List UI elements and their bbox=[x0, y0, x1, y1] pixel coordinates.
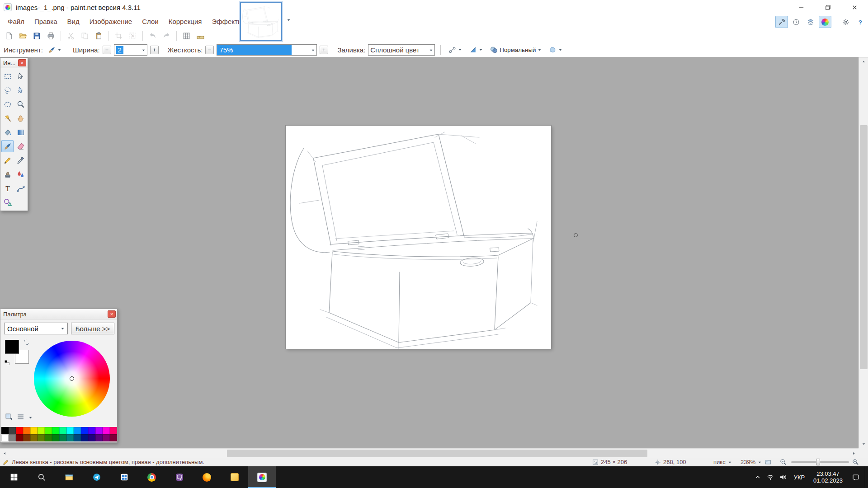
image-list-chevron[interactable] bbox=[285, 17, 292, 23]
settings-button[interactable] bbox=[840, 16, 852, 28]
history-panel-button[interactable] bbox=[790, 16, 802, 28]
color-wheel-marker[interactable] bbox=[70, 376, 74, 381]
taskbar-start-button[interactable] bbox=[0, 466, 28, 488]
palette-menu-icon[interactable] bbox=[17, 413, 24, 421]
palette-swatch[interactable] bbox=[95, 434, 103, 441]
horizontal-scroll-thumb[interactable] bbox=[227, 450, 647, 457]
tool-recolor[interactable] bbox=[14, 168, 27, 180]
open-file-button[interactable] bbox=[16, 30, 29, 42]
menu-item-1[interactable]: Правка bbox=[29, 15, 62, 28]
palette-swatch[interactable] bbox=[16, 434, 23, 441]
palette-swatch[interactable] bbox=[30, 434, 38, 441]
palette-swatch[interactable] bbox=[81, 434, 88, 441]
action-center-button[interactable] bbox=[847, 466, 865, 488]
toggle-ruler-button[interactable] bbox=[194, 30, 207, 42]
menu-item-2[interactable]: Вид bbox=[62, 15, 85, 28]
palette-swatch[interactable] bbox=[9, 434, 16, 441]
taskbar-search-button[interactable] bbox=[28, 466, 55, 488]
maximize-button[interactable] bbox=[815, 0, 841, 14]
tool-clone-stamp[interactable] bbox=[1, 168, 14, 180]
selection-mode-dropdown[interactable] bbox=[547, 44, 565, 56]
tool-move-selected-pixels[interactable] bbox=[14, 70, 27, 82]
tool-eraser[interactable] bbox=[14, 140, 27, 152]
show-desktop-button[interactable] bbox=[865, 466, 868, 488]
hardness-increase-button[interactable] bbox=[320, 46, 328, 54]
zoom-dropdown[interactable]: 239% bbox=[741, 458, 762, 466]
primary-color-swatch[interactable] bbox=[5, 340, 19, 354]
palette-swatch[interactable] bbox=[16, 427, 23, 434]
palette-swatch[interactable] bbox=[1, 427, 9, 434]
menu-item-4[interactable]: Слои bbox=[137, 15, 163, 28]
tools-window-titlebar[interactable]: Ин... × bbox=[0, 58, 28, 68]
scroll-left-button[interactable] bbox=[0, 449, 9, 458]
palette-swatch[interactable] bbox=[81, 427, 88, 434]
tool-paintbrush[interactable] bbox=[1, 140, 14, 152]
taskbar-clock[interactable]: 23:03:47 01.02.2023 bbox=[809, 470, 847, 484]
taskbar-firefox-button[interactable] bbox=[193, 466, 221, 488]
active-tool-dropdown[interactable] bbox=[46, 44, 64, 56]
horizontal-scrollbar[interactable] bbox=[0, 448, 859, 458]
tool-shapes[interactable] bbox=[1, 196, 14, 208]
palette-swatch[interactable] bbox=[23, 427, 30, 434]
close-button[interactable] bbox=[841, 0, 868, 14]
palette-swatch[interactable] bbox=[9, 427, 16, 434]
palette-swatch[interactable] bbox=[66, 427, 74, 434]
zoom-in-button[interactable] bbox=[852, 458, 859, 466]
help-button[interactable]: ? bbox=[854, 16, 867, 28]
tool-color-picker[interactable] bbox=[14, 154, 27, 166]
taskbar-app-yellow-button[interactable] bbox=[221, 466, 248, 488]
fill-style-dropdown[interactable]: Сплошной цвет bbox=[368, 44, 435, 56]
palette-swatch[interactable] bbox=[103, 427, 110, 434]
tool-gradient[interactable] bbox=[14, 126, 27, 138]
palette-swatch[interactable] bbox=[88, 434, 95, 441]
width-increase-button[interactable] bbox=[150, 46, 159, 54]
palette-swatch[interactable] bbox=[45, 434, 52, 441]
scroll-right-button[interactable] bbox=[849, 449, 859, 458]
hardness-decrease-button[interactable] bbox=[205, 46, 214, 54]
taskbar-paintnet-button[interactable] bbox=[248, 466, 276, 488]
tool-select-rectangle[interactable] bbox=[1, 70, 14, 82]
taskbar-viber-button[interactable] bbox=[165, 466, 193, 488]
palette-more-button[interactable]: Больше >> bbox=[71, 323, 114, 334]
new-file-button[interactable] bbox=[2, 30, 15, 42]
units-dropdown[interactable]: пикс bbox=[713, 458, 732, 466]
palette-swatch[interactable] bbox=[38, 427, 45, 434]
copy-button[interactable] bbox=[78, 30, 91, 42]
taskbar-app-blue-button[interactable] bbox=[83, 466, 110, 488]
vertical-scrollbar[interactable] bbox=[859, 57, 868, 448]
language-indicator[interactable]: УКР bbox=[789, 466, 809, 488]
palette-swatch[interactable] bbox=[110, 434, 117, 441]
save-file-button[interactable] bbox=[30, 30, 43, 42]
palette-swatch[interactable] bbox=[1, 434, 9, 441]
toggle-grid-button[interactable] bbox=[180, 30, 193, 42]
crop-to-selection-button[interactable] bbox=[112, 30, 125, 42]
tray-expand-button[interactable] bbox=[751, 466, 764, 488]
print-button[interactable] bbox=[44, 30, 57, 42]
palette-swatch[interactable] bbox=[74, 434, 81, 441]
palette-swatch[interactable] bbox=[88, 427, 95, 434]
taskbar-app-store-button[interactable] bbox=[110, 466, 138, 488]
reset-colors-icon[interactable] bbox=[4, 360, 10, 366]
tool-line-curve[interactable] bbox=[14, 182, 27, 194]
palette-swatch[interactable] bbox=[52, 427, 59, 434]
menu-item-5[interactable]: Коррекция bbox=[164, 15, 207, 28]
blend-mode-dropdown[interactable]: Нормальный bbox=[488, 44, 544, 56]
palette-swatch[interactable] bbox=[38, 434, 45, 441]
scroll-down-button[interactable] bbox=[859, 440, 868, 448]
palette-swatch[interactable] bbox=[74, 427, 81, 434]
palette-swatch[interactable] bbox=[95, 427, 103, 434]
deselect-button[interactable] bbox=[126, 30, 139, 42]
volume-icon[interactable] bbox=[777, 466, 789, 488]
tool-text[interactable]: T bbox=[1, 182, 14, 194]
taskbar-file-explorer-button[interactable] bbox=[55, 466, 83, 488]
palette-swatch[interactable] bbox=[110, 427, 117, 434]
palette-swatch[interactable] bbox=[59, 427, 66, 434]
tool-paint-bucket[interactable] bbox=[1, 126, 14, 138]
paste-button[interactable] bbox=[92, 30, 105, 42]
canvas[interactable] bbox=[286, 126, 551, 349]
palette-swatch[interactable] bbox=[52, 434, 59, 441]
cut-button[interactable] bbox=[64, 30, 77, 42]
palette-swatch[interactable] bbox=[23, 434, 30, 441]
color-mode-dropdown[interactable]: Основной bbox=[4, 323, 68, 334]
swap-colors-icon[interactable] bbox=[23, 339, 30, 346]
